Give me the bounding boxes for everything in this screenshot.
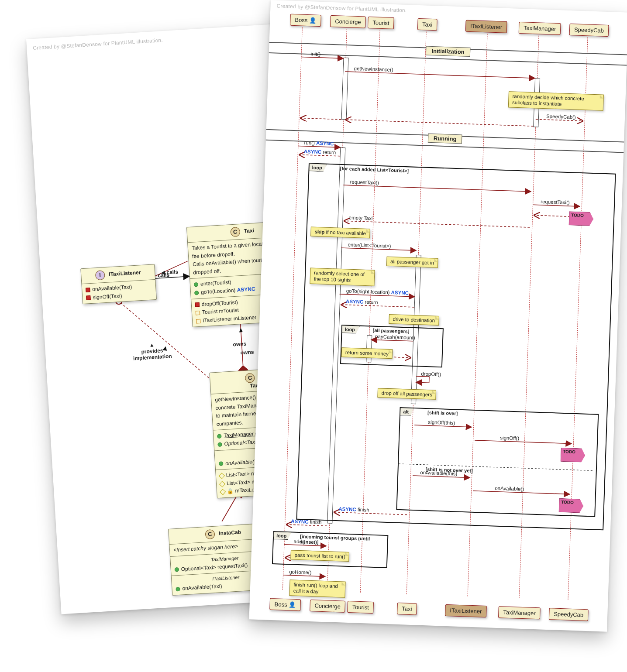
msg-speedy: SpeedyCab(): [546, 113, 576, 120]
frame-loop-passengers: loop [all passengers]: [340, 325, 444, 367]
provides-label: ▲providesimplementation: [132, 341, 172, 361]
class-badge-icon: C: [205, 529, 215, 539]
class-name: Taxi: [244, 227, 254, 234]
frame-cond: [for each added List<Tourist>]: [340, 166, 409, 173]
svg-line-12: [346, 120, 534, 126]
participant-tourist-bottom: Tourist: [347, 601, 374, 614]
msg-gohome: goHome(): [289, 569, 312, 575]
participant-itaxi-bottom: ITaxiListener: [445, 604, 487, 617]
svg-line-9: [301, 57, 343, 58]
svg-line-14: [298, 146, 340, 147]
participant-taximanager: TaxiManager: [519, 22, 561, 35]
class-badge-icon: C: [245, 373, 255, 383]
interface-badge-icon: I: [95, 270, 105, 280]
svg-marker-5: [239, 328, 243, 332]
participant-taxi: Taxi: [417, 18, 438, 31]
participant-taxi-bottom: Taxi: [397, 603, 417, 615]
frame-alt: alt [shift is over] [shift is not over y…: [396, 407, 599, 517]
member: dropOff(Tourist): [201, 299, 238, 307]
frame-cond: [incoming tourist groups (until sunset)]: [300, 534, 388, 547]
msg-getnew: getNewInstance(): [354, 66, 393, 72]
async-tag: ASYNC: [237, 286, 255, 293]
frame-tag: alt: [400, 408, 413, 416]
frame-loop-incoming: loop [incoming tourist groups (until sun…: [272, 531, 388, 568]
participant-concierge: Concierge: [330, 15, 366, 28]
owns-label: owns: [233, 341, 246, 348]
frame-cond: [shift is over]: [427, 410, 458, 416]
credit-text: Created by @StefanDensow for PlantUML il…: [33, 37, 163, 51]
frame-cond: [all passengers]: [373, 328, 410, 334]
svg-line-13: [301, 118, 341, 120]
msg-run: run() ASYNC: [304, 140, 334, 146]
frame-tag: loop: [341, 325, 360, 333]
msg-asyncret: ASYNC return: [304, 149, 336, 155]
divider-init: Initialization: [269, 42, 627, 66]
note-randsubclass: randomly decide which concrete subclass …: [508, 91, 604, 110]
svg-line-10: [345, 72, 535, 78]
class-itaxilistener: I ITaxiListener onAvailable(Taxi) signOf…: [80, 264, 157, 304]
diagram-stage: Created by @StefanDensow for PlantUML il…: [0, 0, 627, 672]
participant-tourist: Tourist: [368, 17, 394, 29]
method: onAvailable(Taxi): [182, 583, 222, 592]
member: Tourist mTourist: [202, 307, 239, 315]
msg-init: init(): [311, 51, 321, 57]
participant-speedy-bottom: SpeedyCab: [549, 608, 589, 621]
participant-taximgr-bottom: TaxiManager: [498, 606, 541, 619]
participant-boss: Boss 👤: [290, 14, 321, 27]
class-name: ITaxiListener: [109, 269, 141, 277]
participant-boss-bottom: Boss 👤: [269, 598, 300, 611]
participant-itaxilistener: ITaxiListener: [465, 20, 507, 33]
frame-tag: loop: [273, 531, 292, 540]
participant-concierge-bottom: Concierge: [310, 600, 345, 613]
method: enter(Tourist): [200, 279, 231, 287]
frame-tag: loop: [309, 163, 327, 171]
participant-speedycab: SpeedyCab: [569, 24, 609, 37]
note-finish: finish run() loop and call it a day: [289, 579, 345, 597]
method: goTo(Location): [201, 287, 237, 295]
frame-cond: [shift is not over yet]: [425, 466, 473, 473]
credit-text: Created by @StefanDensow for PlantUML il…: [276, 3, 407, 13]
svg-line-32: [283, 575, 325, 576]
sequence-diagram-page: Created by @StefanDensow for PlantUML il…: [249, 0, 627, 632]
class-name: InstaCab: [219, 529, 241, 536]
method: signOff(Taxi): [93, 292, 122, 300]
class-badge-icon: C: [230, 227, 240, 237]
method: onAvailable(Taxi): [92, 284, 132, 292]
